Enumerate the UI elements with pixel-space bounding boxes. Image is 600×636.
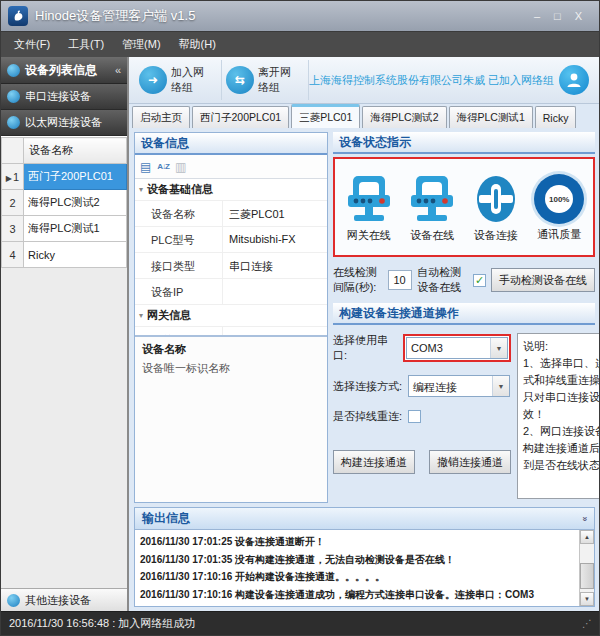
leave-network-group-button[interactable]: ⇆ 离开网络组 (222, 60, 309, 100)
help-text: 设备唯一标识名称 (142, 361, 320, 376)
property-value[interactable]: 串口连接 (223, 253, 327, 278)
serial-port-annotation-box: COM3 ▼ (403, 334, 511, 362)
channel-form: 选择使用串口: COM3 ▼ 选择连接方式: (333, 333, 511, 503)
close-button[interactable]: X (575, 11, 582, 22)
status-panel-header: 设备状态指示 (333, 132, 595, 154)
property-value[interactable]: Mitsubishi-FX (223, 227, 327, 252)
device-name-cell[interactable]: 西门子200PLC01 (24, 164, 127, 190)
device-info-header: 设备信息 (135, 133, 327, 155)
device-table-container: 设备名称 ▶1 西门子200PLC01 2 海得PLC测试2 3 海得PLC测试… (1, 136, 127, 588)
leave-network-icon: ⇆ (226, 66, 254, 94)
interval-input[interactable]: 10 (388, 270, 412, 290)
sidebar-header[interactable]: 设备列表信息 « (1, 57, 127, 84)
instruction-note-box: 说明: 1、选择串口、连接方式和掉线重连操作选项只对串口连接设备有效！ 2、网口… (517, 333, 600, 499)
connect-mode-select[interactable]: 编程连接 ▼ (408, 375, 510, 397)
device-connect-indicator: 设备连接 (465, 173, 527, 243)
build-channel-button[interactable]: 构建连接通道 (333, 450, 415, 474)
tab-siemens-200plc01[interactable]: 西门子200PLC01 (192, 106, 289, 128)
categorized-view-icon[interactable]: ▤ (140, 161, 151, 173)
output-panel-header: 输出信息 » (135, 508, 594, 530)
menu-bar: 文件(F) 工具(T) 管理(M) 帮助(H) (1, 31, 599, 57)
menu-file[interactable]: 文件(F) (5, 32, 59, 57)
resize-grip-icon[interactable]: ⋰ (582, 618, 591, 629)
serial-group-label: 串口连接设备 (25, 89, 91, 104)
device-list-sidebar: 设备列表信息 « 串口连接设备 以太网连接设备 设备名称 ▶1 (1, 57, 129, 611)
property-grid-toolbar: ▤ A↓Z ▥ (135, 155, 327, 179)
device-info-panel: 设备信息 ▤ A↓Z ▥ ▾ 设备基础信息 设备名称 三菱PLC01 (134, 132, 328, 503)
title-bar: Hinode设备管理客户端 v1.5 – □ X (1, 1, 599, 31)
auto-detect-checkbox[interactable]: ✓ (473, 274, 486, 287)
status-bar-text: 2016/11/30 16:56:48 : 加入网络组成功 (9, 616, 195, 631)
channel-panel-header: 构建设备连接通道操作 (333, 303, 595, 325)
join-network-group-button[interactable]: ➜ 加入网络组 (135, 60, 222, 100)
manual-detect-button[interactable]: 手动检测设备在线 (491, 268, 595, 292)
output-scrollbar[interactable]: ▲ ▼ (579, 530, 594, 606)
property-row[interactable]: 设备IP (135, 279, 327, 305)
table-row[interactable]: 3 海得PLC测试1 (2, 216, 127, 242)
menu-help[interactable]: 帮助(H) (170, 32, 225, 57)
serial-port-select[interactable]: COM3 ▼ (406, 337, 508, 359)
table-row[interactable]: 4 Ricky (2, 242, 127, 268)
user-status-text: 上海海得控制系统股份有限公司朱威 已加入网络组 (309, 73, 554, 88)
maximize-button[interactable]: □ (554, 11, 561, 22)
property-group[interactable]: ▾ 设备基础信息 (135, 179, 327, 201)
ethernet-group-label: 以太网连接设备 (25, 115, 102, 130)
chevron-down-icon[interactable]: ▼ (492, 376, 509, 396)
online-detect-row: 在线检测间隔(秒): 10 自动检测设备在线 ✓ 手动检测设备在线 (333, 265, 595, 295)
scrollbar-thumb[interactable] (580, 563, 594, 589)
status-bar: 2016/11/30 16:56:48 : 加入网络组成功 ⋰ (1, 611, 599, 635)
property-row[interactable]: 网关IP 12.0.0.2 (135, 327, 327, 335)
property-row[interactable]: 接口类型 串口连接 (135, 253, 327, 279)
sidebar-group-ethernet[interactable]: 以太网连接设备 (1, 110, 127, 136)
chevron-down-icon[interactable]: ▼ (490, 338, 507, 358)
minimize-button[interactable]: – (534, 11, 540, 22)
sidebar-group-serial[interactable]: 串口连接设备 (1, 84, 127, 110)
window-title: Hinode设备管理客户端 v1.5 (35, 7, 195, 25)
help-title: 设备名称 (142, 342, 320, 357)
property-value[interactable]: 三菱PLC01 (223, 201, 327, 226)
property-group[interactable]: ▾ 网关信息 (135, 305, 327, 327)
device-table-header: 设备名称 (2, 138, 127, 164)
table-row[interactable]: ▶1 西门子200PLC01 (2, 164, 127, 190)
property-value[interactable] (223, 279, 327, 304)
network-toolbar: ➜ 加入网络组 ⇆ 离开网络组 上海海得控制系统股份有限公司朱威 已加入网络组 (129, 57, 599, 104)
collapse-sidebar-icon[interactable]: « (115, 64, 121, 76)
device-name-cell[interactable]: Ricky (24, 242, 127, 268)
tab-haide-plc-test1[interactable]: 海得PLC测试1 (449, 106, 533, 128)
reconnect-checkbox[interactable] (408, 410, 421, 423)
menu-tools[interactable]: 工具(T) (59, 32, 113, 57)
indicator-label: 通讯质量 (537, 227, 581, 242)
tab-start-home[interactable]: 启动主页 (132, 106, 190, 128)
scroll-up-icon[interactable]: ▲ (580, 530, 594, 544)
leave-network-label: 离开网络组 (258, 65, 300, 95)
device-list-icon (7, 64, 20, 77)
device-name-cell[interactable]: 海得PLC测试1 (24, 216, 127, 242)
device-name-column-header[interactable]: 设备名称 (24, 138, 127, 164)
device-name-cell[interactable]: 海得PLC测试2 (24, 190, 127, 216)
collapse-output-icon[interactable]: » (579, 516, 589, 521)
log-line: 2016/11/30 17:10:16 构建设备连接通道成功，编程方式连接串口设… (140, 586, 574, 604)
property-row[interactable]: PLC型号 Mitsubishi-FX (135, 227, 327, 253)
quality-value: 100% (549, 195, 569, 204)
scroll-down-icon[interactable]: ▼ (580, 592, 594, 606)
serial-group-icon (7, 90, 20, 103)
tab-mitsubishi-plc01[interactable]: 三菱PLC01 (291, 104, 360, 128)
window-controls: – □ X (534, 11, 592, 22)
instruction-note-text: 说明: 1、选择串口、连接方式和掉线重连操作选项只对串口连接设备有效！ 2、网口… (518, 334, 600, 498)
property-row[interactable]: 设备名称 三菱PLC01 (135, 201, 327, 227)
indicator-label: 设备在线 (410, 228, 454, 243)
property-pages-icon: ▥ (175, 161, 186, 173)
ethernet-group-icon (7, 116, 20, 129)
property-value[interactable]: 12.0.0.2 (223, 327, 327, 335)
sidebar-group-other[interactable]: 其他连接设备 (1, 588, 127, 611)
table-row[interactable]: 2 海得PLC测试2 (2, 190, 127, 216)
quality-gauge-icon: 100% (534, 174, 584, 224)
menu-manage[interactable]: 管理(M) (113, 32, 170, 57)
gateway-device-icon (343, 173, 395, 225)
cancel-channel-button[interactable]: 撤销连接通道 (429, 450, 511, 474)
sort-alphabetical-icon[interactable]: A↓Z (157, 162, 169, 171)
plug-connect-icon (470, 173, 522, 225)
log-line: 2016/11/30 17:01:35 没有构建连接通道，无法自动检测设备是否在… (140, 551, 574, 569)
tab-ricky[interactable]: Ricky (535, 106, 577, 128)
tab-haide-plc-test2[interactable]: 海得PLC测试2 (362, 106, 446, 128)
